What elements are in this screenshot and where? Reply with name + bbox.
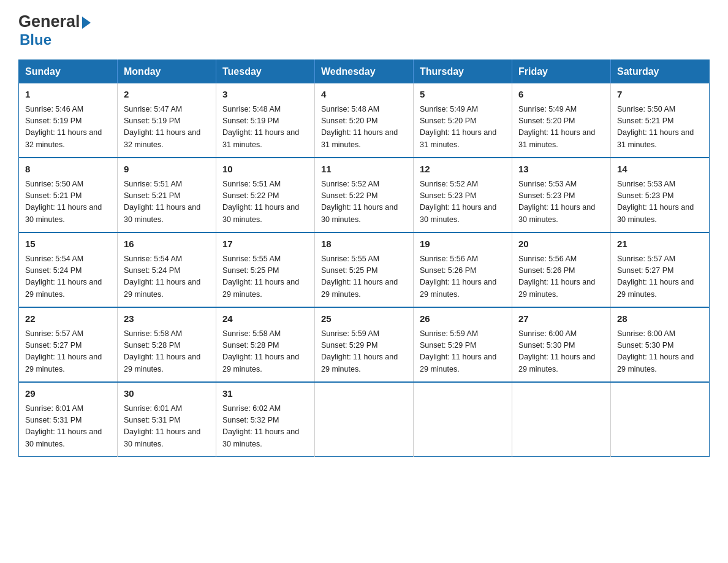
calendar-week-row: 8Sunrise: 5:50 AMSunset: 5:21 PMDaylight… [19, 158, 710, 232]
calendar-cell: 25Sunrise: 5:59 AMSunset: 5:29 PMDayligh… [315, 307, 414, 382]
calendar-cell: 26Sunrise: 5:59 AMSunset: 5:29 PMDayligh… [414, 307, 512, 382]
day-info: Sunrise: 6:01 AMSunset: 5:31 PMDaylight:… [124, 403, 210, 451]
calendar-cell: 23Sunrise: 5:58 AMSunset: 5:28 PMDayligh… [118, 307, 216, 382]
day-number: 1 [25, 88, 111, 102]
day-info: Sunrise: 5:57 AMSunset: 5:27 PMDaylight:… [25, 328, 111, 376]
calendar-cell [512, 382, 611, 457]
calendar-cell: 7Sunrise: 5:50 AMSunset: 5:21 PMDaylight… [611, 83, 710, 158]
day-info: Sunrise: 5:54 AMSunset: 5:24 PMDaylight:… [25, 253, 111, 301]
day-header-saturday: Saturday [611, 60, 710, 84]
day-header-monday: Monday [118, 60, 216, 84]
day-number: 29 [25, 387, 111, 401]
calendar-cell [414, 382, 512, 457]
day-number: 4 [321, 88, 407, 102]
day-number: 5 [420, 88, 506, 102]
page-header: General Blue [18, 12, 710, 48]
day-number: 23 [124, 312, 210, 326]
day-header-tuesday: Tuesday [216, 60, 315, 84]
day-header-sunday: Sunday [19, 60, 118, 84]
calendar-cell: 5Sunrise: 5:49 AMSunset: 5:20 PMDaylight… [414, 83, 512, 158]
day-info: Sunrise: 5:56 AMSunset: 5:26 PMDaylight:… [518, 253, 604, 301]
day-info: Sunrise: 5:47 AMSunset: 5:19 PMDaylight:… [124, 104, 210, 151]
day-info: Sunrise: 5:58 AMSunset: 5:28 PMDaylight:… [222, 328, 308, 376]
calendar-week-row: 15Sunrise: 5:54 AMSunset: 5:24 PMDayligh… [19, 232, 710, 307]
day-info: Sunrise: 5:55 AMSunset: 5:25 PMDaylight:… [222, 253, 308, 301]
day-info: Sunrise: 5:46 AMSunset: 5:19 PMDaylight:… [25, 104, 111, 151]
calendar-cell: 29Sunrise: 6:01 AMSunset: 5:31 PMDayligh… [19, 382, 118, 457]
day-number: 15 [25, 237, 111, 251]
calendar-cell: 17Sunrise: 5:55 AMSunset: 5:25 PMDayligh… [216, 232, 315, 307]
day-info: Sunrise: 5:50 AMSunset: 5:21 PMDaylight:… [617, 104, 703, 151]
calendar-week-row: 1Sunrise: 5:46 AMSunset: 5:19 PMDaylight… [19, 83, 710, 158]
logo-blue-text: Blue [20, 31, 51, 48]
day-info: Sunrise: 5:52 AMSunset: 5:22 PMDaylight:… [321, 178, 407, 226]
day-number: 8 [25, 163, 111, 177]
day-info: Sunrise: 6:00 AMSunset: 5:30 PMDaylight:… [617, 328, 703, 376]
calendar-cell: 4Sunrise: 5:48 AMSunset: 5:20 PMDaylight… [315, 83, 414, 158]
day-info: Sunrise: 5:57 AMSunset: 5:27 PMDaylight:… [617, 253, 703, 301]
day-number: 27 [518, 312, 604, 326]
day-number: 13 [518, 163, 604, 177]
calendar-cell [611, 382, 710, 457]
calendar-cell: 19Sunrise: 5:56 AMSunset: 5:26 PMDayligh… [414, 232, 512, 307]
day-number: 28 [617, 312, 703, 326]
day-info: Sunrise: 5:48 AMSunset: 5:19 PMDaylight:… [222, 104, 308, 151]
day-number: 11 [321, 163, 407, 177]
day-number: 21 [617, 237, 703, 251]
calendar-cell: 12Sunrise: 5:52 AMSunset: 5:23 PMDayligh… [414, 158, 512, 232]
day-info: Sunrise: 5:58 AMSunset: 5:28 PMDaylight:… [124, 328, 210, 376]
calendar-cell: 9Sunrise: 5:51 AMSunset: 5:21 PMDaylight… [118, 158, 216, 232]
calendar-table: SundayMondayTuesdayWednesdayThursdayFrid… [18, 59, 710, 457]
day-info: Sunrise: 6:01 AMSunset: 5:31 PMDaylight:… [25, 403, 111, 451]
logo-arrow-icon [82, 17, 91, 29]
calendar-cell: 27Sunrise: 6:00 AMSunset: 5:30 PMDayligh… [512, 307, 611, 382]
day-number: 16 [124, 237, 210, 251]
calendar-cell: 28Sunrise: 6:00 AMSunset: 5:30 PMDayligh… [611, 307, 710, 382]
calendar-cell: 11Sunrise: 5:52 AMSunset: 5:22 PMDayligh… [315, 158, 414, 232]
day-number: 9 [124, 163, 210, 177]
calendar-cell: 18Sunrise: 5:55 AMSunset: 5:25 PMDayligh… [315, 232, 414, 307]
day-number: 12 [420, 163, 506, 177]
calendar-cell: 15Sunrise: 5:54 AMSunset: 5:24 PMDayligh… [19, 232, 118, 307]
day-info: Sunrise: 5:49 AMSunset: 5:20 PMDaylight:… [518, 104, 604, 151]
day-info: Sunrise: 5:51 AMSunset: 5:21 PMDaylight:… [124, 178, 210, 226]
day-header-friday: Friday [512, 60, 611, 84]
day-info: Sunrise: 5:55 AMSunset: 5:25 PMDaylight:… [321, 253, 407, 301]
day-info: Sunrise: 6:02 AMSunset: 5:32 PMDaylight:… [222, 403, 308, 451]
day-number: 22 [25, 312, 111, 326]
calendar-week-row: 29Sunrise: 6:01 AMSunset: 5:31 PMDayligh… [19, 382, 710, 457]
day-info: Sunrise: 5:49 AMSunset: 5:20 PMDaylight:… [420, 104, 506, 151]
day-info: Sunrise: 5:59 AMSunset: 5:29 PMDaylight:… [321, 328, 407, 376]
day-number: 25 [321, 312, 407, 326]
day-number: 3 [222, 88, 308, 102]
day-info: Sunrise: 6:00 AMSunset: 5:30 PMDaylight:… [518, 328, 604, 376]
calendar-cell: 6Sunrise: 5:49 AMSunset: 5:20 PMDaylight… [512, 83, 611, 158]
day-info: Sunrise: 5:52 AMSunset: 5:23 PMDaylight:… [420, 178, 506, 226]
day-number: 20 [518, 237, 604, 251]
day-number: 10 [222, 163, 308, 177]
day-info: Sunrise: 5:53 AMSunset: 5:23 PMDaylight:… [518, 178, 604, 226]
day-number: 6 [518, 88, 604, 102]
calendar-cell: 8Sunrise: 5:50 AMSunset: 5:21 PMDaylight… [19, 158, 118, 232]
calendar-cell: 1Sunrise: 5:46 AMSunset: 5:19 PMDaylight… [19, 83, 118, 158]
logo-general-text: General [18, 12, 80, 31]
calendar-cell: 14Sunrise: 5:53 AMSunset: 5:23 PMDayligh… [611, 158, 710, 232]
day-number: 26 [420, 312, 506, 326]
calendar-cell: 20Sunrise: 5:56 AMSunset: 5:26 PMDayligh… [512, 232, 611, 307]
day-header-wednesday: Wednesday [315, 60, 414, 84]
day-number: 19 [420, 237, 506, 251]
calendar-cell: 3Sunrise: 5:48 AMSunset: 5:19 PMDaylight… [216, 83, 315, 158]
day-info: Sunrise: 5:56 AMSunset: 5:26 PMDaylight:… [420, 253, 506, 301]
day-number: 7 [617, 88, 703, 102]
calendar-cell [315, 382, 414, 457]
day-number: 24 [222, 312, 308, 326]
day-number: 31 [222, 387, 308, 401]
calendar-cell: 21Sunrise: 5:57 AMSunset: 5:27 PMDayligh… [611, 232, 710, 307]
calendar-cell: 10Sunrise: 5:51 AMSunset: 5:22 PMDayligh… [216, 158, 315, 232]
day-info: Sunrise: 5:53 AMSunset: 5:23 PMDaylight:… [617, 178, 703, 226]
day-number: 2 [124, 88, 210, 102]
day-number: 18 [321, 237, 407, 251]
day-info: Sunrise: 5:48 AMSunset: 5:20 PMDaylight:… [321, 104, 407, 151]
calendar-cell: 13Sunrise: 5:53 AMSunset: 5:23 PMDayligh… [512, 158, 611, 232]
day-info: Sunrise: 5:50 AMSunset: 5:21 PMDaylight:… [25, 178, 111, 226]
